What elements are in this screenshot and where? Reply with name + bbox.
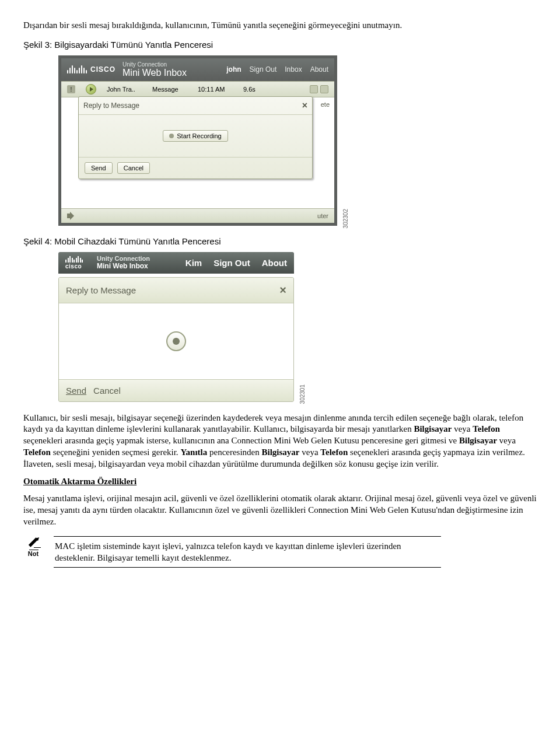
inbox-link[interactable]: Inbox [285,65,302,74]
brand-text: CISCO [90,65,116,74]
message-row[interactable]: ! John Tra.. Message 10:11 AM 9.6s [61,81,334,97]
cancel-button[interactable]: Cancel [117,162,150,174]
figure3-heading: Şekil 3: Bilgisayardaki Tümünü Yanıtla P… [23,40,537,50]
message-duration: 9.6s [243,86,256,93]
signout-link[interactable]: Sign Out [250,65,277,74]
record-button[interactable] [166,331,186,351]
intro-paragraph: Dışarıdan bir sesli mesaj bırakıldığında… [23,20,537,32]
note-label: Not [23,550,43,557]
priority-icon: ! [67,85,75,93]
current-user: john [226,65,241,74]
send-link[interactable]: Send [66,386,86,396]
cisco-logo-icon [65,256,83,263]
flag-icon [320,85,328,93]
truncated-text-uter: uter [317,212,328,219]
attachment-icon [310,85,318,93]
brand-text: cisco [65,264,83,270]
start-recording-label: Start Recording [177,132,221,139]
message-from: John Tra.. [107,86,142,93]
app-title: Mini Web Inbox [97,263,150,270]
send-button[interactable]: Send [85,162,113,174]
note-block: Not MAC işletim sisteminde kayıt işlevi,… [23,536,537,568]
app-header: CISCO Unity Connection Mini Web Inbox jo… [61,58,334,82]
speaker-icon[interactable] [67,212,76,220]
figure3-id: 302302 [342,209,349,228]
figure4-heading: Şekil 4: Mobil Cihazdaki Tümünü Yanıtla … [23,236,537,246]
about-link[interactable]: About [262,258,287,268]
cisco-logo-icon [67,65,87,74]
current-user: Kim [186,258,202,268]
note-text: MAC işletim sisteminde kayıt işlevi, yal… [54,536,441,568]
close-icon[interactable]: × [279,284,286,297]
status-bar: uter [61,208,334,223]
figure4: 302301 cisco Unity Connection Mini Web I… [58,252,537,401]
play-icon[interactable] [86,84,96,95]
message-subject: Message [152,86,187,93]
signout-link[interactable]: Sign Out [214,258,250,268]
truncated-text-ete: ete [321,101,330,108]
app-title: Mini Web Inbox [123,68,187,78]
close-icon[interactable]: × [302,100,307,111]
figure4-id: 302301 [299,384,306,404]
record-dot-icon [169,134,174,138]
send-label: Send [91,165,106,172]
popup-title: Reply to Message [83,102,139,110]
reply-popup: Reply to Message × Start Recording Send … [78,96,313,179]
start-recording-button[interactable]: Start Recording [163,130,228,142]
mobile-header: cisco Unity Connection Mini Web Inbox Ki… [58,252,294,273]
auto-forward-heading: Otomatik Aktarma Özellikleri [23,477,136,486]
figure3: 302302 CISCO Unity Connection Mini Web I… [58,55,537,226]
panel-title: Reply to Message [66,285,136,295]
body-paragraph: Kullanıcı, bir sesli mesajı, bilgisayar … [23,412,537,470]
app-subtitle: Unity Connection [123,61,187,68]
pencil-note-icon [27,536,40,549]
auto-forward-paragraph: Mesaj yanıtlama işlevi, orijinal mesajın… [23,493,537,527]
message-time: 10:11 AM [198,86,233,93]
cancel-link[interactable]: Cancel [93,386,121,396]
reply-panel: Reply to Message × Send Cancel [58,277,294,402]
cancel-label: Cancel [124,165,144,172]
about-link[interactable]: About [310,65,328,74]
